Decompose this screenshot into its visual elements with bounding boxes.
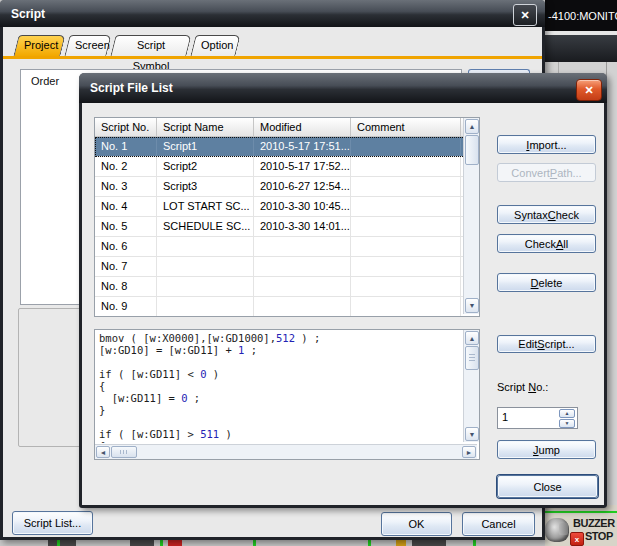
table-row[interactable]: No. 7 bbox=[95, 257, 479, 277]
table-cell: 2010-3-30 10:45... bbox=[254, 197, 351, 216]
table-cell bbox=[351, 157, 461, 176]
convert-path-button[interactable]: Convert Path... bbox=[497, 163, 596, 182]
tab-project[interactable]: Project bbox=[16, 35, 63, 56]
table-cell bbox=[351, 177, 461, 196]
tab-strip-underline bbox=[3, 56, 542, 59]
table-row[interactable]: No. 1Script12010-5-17 17:51... bbox=[95, 137, 479, 157]
table-cell: LOT START SC... bbox=[157, 197, 254, 216]
table-row[interactable]: No. 5SCHEDULE SC...2010-3-30 14:01... bbox=[95, 217, 479, 237]
arrow-up-icon: ▲ bbox=[469, 335, 476, 342]
column-header-comment[interactable]: Comment bbox=[351, 118, 461, 136]
scroll-up-button[interactable]: ▲ bbox=[465, 331, 479, 345]
table-cell: No. 9 bbox=[95, 297, 157, 316]
code-editor[interactable]: bmov ( [w:X0000],[w:GD1000],512 ) ;[w:GD… bbox=[99, 332, 459, 443]
buzzer-label: BUZZER bbox=[573, 517, 615, 529]
scrollbar-thumb[interactable] bbox=[465, 135, 479, 165]
import-button[interactable]: Import... bbox=[497, 135, 596, 154]
cancel-button[interactable]: Cancel bbox=[462, 512, 535, 536]
background-fragment bbox=[130, 540, 154, 546]
background-fragment bbox=[57, 540, 60, 546]
table-cell: No. 1 bbox=[95, 137, 157, 156]
table-cell: No. 5 bbox=[95, 217, 157, 236]
script-no-spinner: ▲ ▼ bbox=[497, 407, 578, 429]
delete-button[interactable]: Delete bbox=[497, 273, 596, 292]
background-app-titlebar: -4100:MONITO bbox=[545, 0, 617, 31]
table-cell bbox=[157, 257, 254, 276]
check-all-button[interactable]: Check All bbox=[497, 234, 596, 253]
table-row[interactable]: No. 4LOT START SC...2010-3-30 10:45... bbox=[95, 197, 479, 217]
table-cell bbox=[351, 297, 461, 316]
table-row[interactable]: No. 6 bbox=[95, 237, 479, 257]
scroll-up-button[interactable]: ▲ bbox=[465, 119, 479, 134]
background-fragment bbox=[368, 540, 371, 546]
tab-strip: Project Screen Script Symbol Option bbox=[16, 35, 242, 56]
ok-button[interactable]: OK bbox=[381, 512, 452, 536]
arrow-down-icon: ▼ bbox=[469, 302, 476, 309]
table-cell: Script1 bbox=[157, 137, 254, 156]
spin-down-button[interactable]: ▼ bbox=[559, 419, 575, 428]
table-row[interactable]: No. 2Script22010-5-17 17:52... bbox=[95, 157, 479, 177]
buzzer-horn-icon bbox=[559, 523, 568, 535]
column-header-script-no[interactable]: Script No. bbox=[95, 118, 157, 136]
buzzer-panel: x BUZZER STOP bbox=[545, 505, 617, 546]
close-button[interactable]: Close bbox=[497, 475, 598, 498]
table-cell bbox=[351, 197, 461, 216]
dialog-close-button[interactable]: ✕ bbox=[576, 79, 602, 101]
buzzer-stop-label: STOP bbox=[585, 530, 613, 542]
table-scrollbar[interactable]: ▲ ▼ bbox=[463, 118, 479, 314]
syntax-check-button[interactable]: Syntax Check bbox=[497, 205, 596, 224]
table-cell: No. 2 bbox=[95, 157, 157, 176]
scroll-left-button[interactable]: ◄ bbox=[96, 446, 110, 458]
table-cell: No. 4 bbox=[95, 197, 157, 216]
scroll-down-button[interactable]: ▼ bbox=[465, 298, 479, 313]
code-preview[interactable]: bmov ( [w:X0000],[w:GD1000],512 ) ;[w:GD… bbox=[94, 329, 480, 460]
dialog-title: Script File List bbox=[79, 81, 173, 95]
arrow-left-icon: ◄ bbox=[100, 449, 107, 456]
background-fragment bbox=[253, 540, 256, 546]
script-list-button[interactable]: Script List... bbox=[12, 511, 93, 535]
script-file-list-dialog: Script File List ✕ Script No. Script Nam… bbox=[79, 73, 607, 508]
arrow-right-icon: ► bbox=[466, 449, 473, 456]
table-row[interactable]: No. 3Script32010-6-27 12:54... bbox=[95, 177, 479, 197]
script-no-input[interactable] bbox=[500, 409, 554, 425]
script-no-label: Script No.: bbox=[497, 381, 548, 393]
arrow-down-icon: ▼ bbox=[469, 431, 476, 438]
scrollbar-thumb[interactable] bbox=[111, 446, 137, 458]
order-column-header: Order bbox=[31, 75, 59, 87]
script-window-titlebar: Script bbox=[0, 0, 545, 27]
tab-script-symbol[interactable]: Script Symbol bbox=[113, 35, 189, 56]
spin-up-button[interactable]: ▲ bbox=[559, 409, 575, 418]
code-line: if ( [w:GD11] < 0 ) bbox=[99, 368, 459, 380]
scroll-down-button[interactable]: ▼ bbox=[465, 427, 479, 441]
table-cell bbox=[254, 297, 351, 316]
thumb-grip bbox=[120, 450, 127, 454]
code-line: bmov ( [w:X0000],[w:GD1000],512 ) ; bbox=[99, 332, 459, 344]
background-fragment bbox=[412, 540, 446, 546]
background-fragment bbox=[473, 540, 476, 546]
table-cell bbox=[157, 297, 254, 316]
table-cell bbox=[254, 257, 351, 276]
table-cell: No. 8 bbox=[95, 277, 157, 296]
tab-option[interactable]: Option bbox=[193, 35, 238, 56]
column-header-script-name[interactable]: Script Name bbox=[157, 118, 254, 136]
scroll-right-button[interactable]: ► bbox=[462, 446, 476, 458]
edit-script-button[interactable]: Edit Script... bbox=[497, 335, 596, 353]
table-cell bbox=[351, 137, 461, 156]
table-row[interactable]: No. 8 bbox=[95, 277, 479, 297]
code-vertical-scrollbar[interactable]: ▲ ▼ bbox=[463, 330, 479, 442]
code-line bbox=[99, 356, 459, 368]
tab-screen[interactable]: Screen bbox=[67, 35, 109, 56]
buzzer-mute-icon: x bbox=[570, 532, 584, 546]
table-cell bbox=[351, 277, 461, 296]
table-row[interactable]: No. 9 bbox=[95, 297, 479, 317]
scrollbar-thumb[interactable] bbox=[465, 346, 479, 370]
table-cell bbox=[157, 237, 254, 256]
column-header-modified[interactable]: Modified bbox=[254, 118, 351, 136]
code-horizontal-scrollbar[interactable]: ◄ ► bbox=[95, 444, 477, 459]
window-close-button[interactable]: ✕ bbox=[513, 4, 537, 26]
background-app-title: -4100:MONITO bbox=[548, 10, 617, 22]
table-cell: 2010-6-27 12:54... bbox=[254, 177, 351, 196]
code-line: [w:GD11] = 0 ; bbox=[99, 392, 459, 404]
table-cell: No. 6 bbox=[95, 237, 157, 256]
jump-button[interactable]: Jump bbox=[497, 440, 596, 459]
